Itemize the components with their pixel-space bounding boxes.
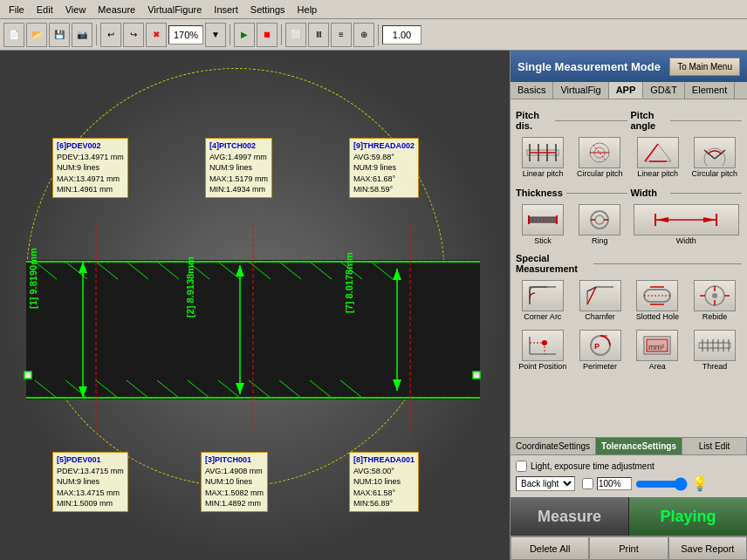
svg-rect-122 — [647, 339, 668, 352]
tab-element[interactable]: Element — [685, 82, 735, 99]
linear-pitch-label: Linear pitch — [523, 169, 564, 178]
svg-rect-54 — [473, 372, 480, 379]
section-line3 — [566, 193, 627, 194]
section-pitch-angle: Pitch angle — [631, 110, 743, 131]
save-btn[interactable]: 💾 — [49, 23, 70, 47]
sep4 — [378, 24, 379, 45]
light-percent-input[interactable] — [597, 477, 632, 490]
print-button[interactable]: Print — [589, 536, 668, 560]
tab-basics[interactable]: Basics — [511, 82, 553, 99]
thread-label: Thread — [702, 362, 728, 371]
tool3-btn[interactable]: ≡ — [331, 23, 352, 47]
tool2-btn[interactable]: Ⅲ — [308, 23, 329, 47]
width-btn[interactable]: Width — [631, 201, 743, 248]
circular-pitch-label: Circular pitch — [577, 169, 623, 178]
stop-btn[interactable]: ✖ — [146, 23, 167, 47]
menu-virtualfigure[interactable]: VirtualFigure — [142, 3, 207, 17]
speed-input[interactable] — [382, 25, 421, 44]
linear-pitch-angle-btn[interactable]: Linear pitch — [631, 134, 685, 181]
undo-btn[interactable]: ↩ — [100, 23, 121, 47]
sep2 — [230, 24, 230, 45]
tab-gdt[interactable]: GD&T — [643, 82, 685, 99]
circular-pitch-angle-btn[interactable]: Circular pitch — [688, 134, 742, 181]
section-special: Special Measurement — [516, 253, 742, 274]
redo-btn[interactable]: ↪ — [123, 23, 144, 47]
light-bulb-icon[interactable]: 💡 — [691, 475, 709, 492]
annotation-top-mid: [4]PITCH002 AVG:1.4997 mm NUM:9 lines MA… — [205, 138, 272, 198]
tool1-btn[interactable]: ⬜ — [285, 23, 306, 47]
list-edit-tab[interactable]: List Edit — [682, 438, 747, 454]
back-light-select[interactable]: Back light — [516, 476, 575, 491]
measure-button[interactable]: Measure — [511, 497, 629, 536]
area-label: Area — [649, 362, 666, 371]
width-label: Width — [676, 236, 696, 245]
tab-row: Basics VirtualFig APP GD&T Element — [511, 82, 747, 99]
corner-arc-btn[interactable]: Corner Arc — [516, 277, 570, 324]
action-row: Delete All Print Save Report — [511, 536, 747, 560]
tab-virtualfig[interactable]: VirtualFig — [553, 82, 608, 99]
thread-btn[interactable]: Thread — [688, 327, 742, 373]
tolerance-settings-tab[interactable]: ToleranceSettings — [596, 438, 682, 454]
slotted-hole-label: Slotted Hole — [636, 312, 679, 321]
meas-label-1: [1] 9.8190mm — [28, 248, 38, 309]
canvas-area[interactable]: [1] 9.8190mm [2] 8.9138mm [7] 8.0178mm [… — [0, 51, 510, 560]
light-checkbox[interactable] — [516, 461, 527, 472]
ring-label: Ring — [592, 236, 608, 245]
area-btn[interactable]: mm² Area — [631, 327, 685, 373]
play-btn[interactable]: ▶ — [234, 23, 255, 47]
tool4-btn[interactable]: ⊕ — [353, 23, 374, 47]
coordinate-settings-tab[interactable]: CoordinateSettings — [511, 438, 596, 454]
ring-btn[interactable]: Ring — [572, 201, 627, 248]
toolbar: 📄 📂 💾 📷 ↩ ↪ ✖ ▼ ▶ ⏹ ⬜ Ⅲ ≡ ⊕ — [0, 19, 747, 51]
section-pitch-angle-label: Pitch angle — [631, 110, 667, 131]
section-line5 — [593, 263, 742, 264]
light-enable-checkbox[interactable] — [582, 478, 593, 489]
zoom-input[interactable] — [168, 25, 203, 44]
main-menu-button[interactable]: To Main Menu — [669, 58, 740, 76]
circular-pitch-btn[interactable]: Circular pitch — [572, 134, 627, 181]
menu-measure[interactable]: Measure — [93, 3, 140, 17]
rebide-icon — [694, 280, 736, 311]
stop2-btn[interactable]: ⏹ — [257, 23, 278, 47]
chamfer-btn[interactable]: Chamfer — [573, 277, 627, 324]
point-position-label: Point Position — [518, 362, 566, 371]
measurement-object — [17, 225, 489, 434]
menu-insert[interactable]: Insert — [209, 3, 243, 17]
camera-btn[interactable]: 📷 — [72, 23, 93, 47]
delete-all-button[interactable]: Delete All — [511, 536, 589, 560]
menu-file[interactable]: File — [3, 3, 30, 17]
menu-help[interactable]: Help — [292, 3, 323, 17]
light-slider[interactable] — [635, 477, 688, 491]
rebide-btn[interactable]: Rebide — [688, 277, 742, 324]
sep1 — [96, 24, 97, 45]
special-icon-grid: Corner Arc Chamfer — [516, 277, 742, 373]
new-btn[interactable]: 📄 — [3, 23, 24, 47]
perimeter-icon: P — [579, 330, 621, 361]
open-btn[interactable]: 📂 — [26, 23, 47, 47]
tab-app[interactable]: APP — [609, 82, 644, 99]
circular-pitch-angle-icon — [694, 137, 736, 168]
point-position-btn[interactable]: Point Position — [516, 327, 570, 373]
slotted-hole-btn[interactable]: Slotted Hole — [631, 277, 685, 324]
section-width: Width — [631, 188, 743, 198]
ring-icon — [579, 204, 620, 236]
svg-point-90 — [595, 215, 604, 224]
menu-settings[interactable]: Settings — [245, 3, 291, 17]
meas-label-2: [2] 8.9138mm — [185, 256, 195, 318]
svg-rect-123 — [699, 343, 730, 348]
settings-tabs: CoordinateSettings ToleranceSettings Lis… — [511, 437, 747, 454]
svg-point-107 — [712, 293, 717, 298]
slotted-hole-icon — [636, 280, 678, 311]
menu-edit[interactable]: Edit — [31, 3, 58, 17]
stick-btn[interactable]: Stick — [516, 201, 570, 248]
linear-pitch-angle-label: Linear pitch — [637, 169, 678, 178]
menu-view[interactable]: View — [60, 3, 92, 17]
playing-button[interactable]: Playing — [629, 497, 747, 536]
corner-arc-icon — [522, 280, 564, 311]
perimeter-btn[interactable]: P Perimeter — [573, 327, 627, 373]
section-pitch-dis-label: Pitch dis. — [516, 110, 552, 131]
main-container: [1] 9.8190mm [2] 8.9138mm [7] 8.0178mm [… — [0, 51, 747, 560]
linear-pitch-btn[interactable]: Linear pitch — [516, 134, 570, 181]
zoom-dropdown[interactable]: ▼ — [205, 23, 226, 47]
save-report-button[interactable]: Save Report — [668, 536, 747, 560]
